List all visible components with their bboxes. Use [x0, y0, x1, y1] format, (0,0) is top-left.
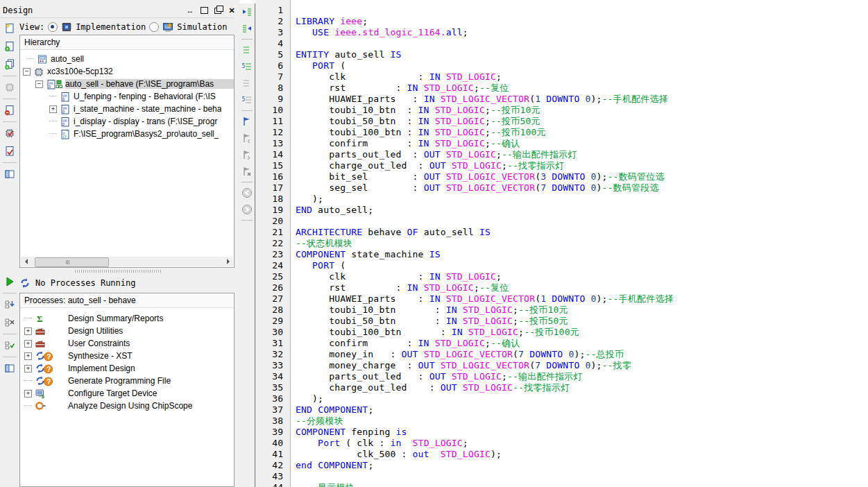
tree-item-label: auto_sell — [51, 54, 84, 64]
tree-item-label: U_fenping - fenping - Behavioral (F:\IS — [74, 92, 216, 101]
expand-toggle-icon[interactable]: + — [24, 340, 32, 348]
process-item[interactable]: +Design Utilities — [20, 325, 234, 337]
panel-splitter[interactable] — [0, 268, 239, 274]
lines-green-icon[interactable] — [241, 44, 253, 56]
expand-toggle-icon[interactable]: + — [49, 105, 57, 113]
outdent-icon[interactable] — [241, 6, 253, 18]
left-panels: Design View: Implementation Sim Simulati… — [0, 3, 239, 487]
expand-toggle-icon[interactable]: + — [24, 365, 32, 373]
hierarchy-tree-item[interactable]: VHDU_fenping - fenping - Behavioral (F:\… — [20, 90, 234, 103]
expand-toggle-icon[interactable]: − — [23, 68, 31, 76]
code-line — [296, 5, 868, 16]
tree-item-label: Configure Target Device — [68, 388, 158, 398]
line-number: 14 — [255, 149, 290, 160]
code-line: COMPONENT state_machine IS — [296, 249, 868, 260]
restore-panel-icon[interactable] — [213, 6, 223, 15]
code-line: parts_out_led : OUT STD_LOGIC;--输出配件指示灯 — [296, 149, 868, 160]
lines5-green-icon[interactable]: 5 — [241, 60, 253, 73]
process-item[interactable]: +User Constraints — [20, 337, 234, 350]
hierarchy-tree-item[interactable]: UCFF:\ISE_program\Basys2_pro\auto_sell_ — [20, 128, 234, 140]
rerun-process-icon[interactable] — [3, 298, 17, 311]
hierarchy-tree-item[interactable]: VHDi_display - display - trans (F:\ISE_p… — [20, 115, 234, 128]
svg-text:?: ? — [46, 378, 51, 386]
code-line: HUAWEI_parts : IN STD_LOGIC_VECTOR(1 DOW… — [296, 94, 868, 105]
code-line: USE ieee.std_logic_1164.all; — [296, 27, 868, 38]
process-item[interactable]: ΣDesign Summary/Reports — [20, 312, 234, 325]
toolbar-separator — [241, 39, 253, 40]
panel-columns-icon[interactable] — [3, 361, 17, 375]
vertical-splitter[interactable] — [235, 3, 239, 487]
line-number: 43 — [255, 471, 290, 482]
bookmark-icon[interactable] — [241, 115, 253, 128]
process-item[interactable]: +?Implement Design — [20, 362, 234, 375]
remove-source-icon[interactable] — [3, 103, 17, 117]
process-item[interactable]: ?Generate Programming File — [20, 375, 234, 387]
tree-item-label: Synthesize - XST — [68, 351, 133, 361]
process-item[interactable]: Analyze Design Using ChipScope — [20, 400, 234, 412]
design-panel-title: Design — [3, 6, 33, 15]
scrollbar-thumb[interactable] — [35, 257, 109, 267]
nav-forward-icon[interactable] — [241, 203, 253, 216]
hierarchy-header: Hierarchy — [20, 35, 234, 50]
bookmark-next-icon[interactable] — [241, 148, 253, 161]
run-process-icon[interactable] — [3, 275, 17, 289]
code-line: clk : IN STD_LOGIC; — [296, 271, 868, 282]
hierarchy-horizontal-scrollbar[interactable] — [21, 257, 233, 266]
chip-check-icon[interactable] — [3, 126, 17, 140]
process-item[interactable]: +$Configure Target Device — [20, 387, 234, 400]
implementation-radio[interactable] — [48, 22, 58, 32]
nav-back-icon[interactable] — [241, 187, 253, 199]
add-copy-source-icon[interactable] — [3, 58, 17, 71]
bookmark-prev-icon[interactable] — [241, 132, 253, 144]
hierarchy-tree-item[interactable]: +VHDi_state_machine - state_machine - be… — [20, 103, 234, 115]
line-number: 22 — [255, 238, 290, 249]
scrollbar-track[interactable] — [31, 257, 223, 266]
line-number: 12 — [255, 127, 290, 138]
editor-toolbar: 55 — [239, 3, 255, 487]
processes-status-text: No Processes Running — [35, 278, 136, 288]
device-icon: $ — [35, 388, 65, 399]
lines5-gray-icon[interactable]: 5 — [241, 94, 253, 106]
process-item[interactable]: +?Synthesize - XST — [20, 350, 234, 362]
hierarchy-tree-item[interactable]: −xc3s100e-5cp132 — [20, 65, 234, 78]
indent-icon[interactable] — [241, 22, 253, 35]
expand-toggle-icon[interactable]: + — [24, 352, 32, 360]
code-area[interactable]: LIBRARY ieee; USE ieee.std_logic_1164.al… — [291, 0, 868, 487]
panel-columns-icon[interactable] — [3, 167, 17, 181]
code-line: confirm : IN STD_LOGIC;--确认 — [296, 138, 868, 149]
svg-text:5: 5 — [242, 63, 246, 69]
rerun-all-icon[interactable] — [3, 339, 17, 352]
add-source-icon[interactable] — [3, 40, 17, 53]
svg-text:D: D — [62, 96, 65, 101]
scroll-right-icon[interactable] — [223, 257, 233, 266]
line-number: 41 — [255, 449, 290, 460]
hierarchy-tree-item[interactable]: −VHDauto_sell - behave (F:\ISE_program\B… — [20, 78, 234, 90]
line-number: 20 — [255, 216, 290, 227]
code-line: ARCHITECTURE behave OF auto_sell IS — [296, 227, 868, 238]
float-panel-icon[interactable] — [185, 6, 195, 15]
lines-gray-icon[interactable] — [241, 77, 253, 89]
maximize-panel-icon[interactable] — [199, 6, 209, 15]
hierarchy-tree-item[interactable]: auto_sell — [20, 53, 234, 65]
code-line: --显示模块 — [296, 482, 868, 487]
simulation-radio[interactable] — [149, 22, 159, 32]
chip-gray-icon[interactable] — [3, 80, 17, 94]
code-line: charge_out_led : OUT STD_LOGIC;--找零指示灯 — [296, 160, 868, 171]
code-line: --状态机模块 — [296, 238, 868, 249]
expand-toggle-icon[interactable]: + — [24, 327, 32, 335]
file-check-icon[interactable] — [3, 144, 17, 158]
line-number: 13 — [255, 138, 290, 149]
code-line: end COMPONENT; — [296, 460, 868, 471]
code-line: ); — [296, 393, 868, 404]
tree-item-label: Implement Design — [68, 364, 135, 373]
bookmark-clear-icon[interactable] — [241, 165, 253, 178]
code-line: parts_out_led : OUT STD_LOGIC;--输出配件指示灯 — [296, 371, 868, 382]
expand-toggle-icon[interactable]: + — [24, 390, 32, 398]
line-number: 44 — [255, 482, 290, 487]
code-line: rst : IN STD_LOGIC;--复位 — [296, 282, 868, 293]
scroll-left-icon[interactable] — [21, 257, 31, 266]
expand-toggle-icon[interactable]: − — [35, 80, 43, 88]
new-source-icon[interactable] — [3, 22, 17, 35]
line-number: 28 — [255, 305, 290, 316]
abort-process-icon[interactable] — [3, 316, 17, 330]
